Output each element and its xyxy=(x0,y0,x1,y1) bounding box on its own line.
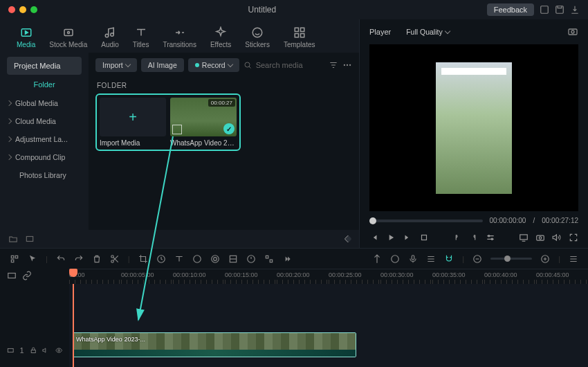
mute-icon[interactable] xyxy=(42,346,49,355)
snapshot-icon[interactable] xyxy=(567,26,578,37)
render-icon[interactable] xyxy=(426,254,436,264)
feedback-button[interactable]: Feedback xyxy=(487,3,534,16)
folder-section-label: FOLDER xyxy=(95,78,352,93)
volume-icon[interactable] xyxy=(552,233,562,242)
fit-icon[interactable] xyxy=(569,254,578,264)
media-clip-tile[interactable]: 00:00:27 WhatsApp Video 202... xyxy=(170,98,237,147)
tab-templates[interactable]: Templates xyxy=(277,24,322,51)
track-link2-icon[interactable] xyxy=(22,271,32,280)
svg-point-16 xyxy=(571,30,574,33)
next-frame-icon[interactable] xyxy=(403,233,412,242)
project-media-header[interactable]: Project Media xyxy=(7,57,82,75)
timeline-tracks[interactable] xyxy=(69,284,588,367)
more-icon[interactable] xyxy=(342,60,352,70)
visibility-icon[interactable] xyxy=(55,346,62,355)
timeline-toolbar: | | | | xyxy=(0,248,588,269)
record-dropdown[interactable]: Record xyxy=(188,58,239,72)
timeline-clip[interactable] xyxy=(73,332,356,357)
import-media-tile[interactable]: + Import Media xyxy=(100,98,166,147)
maximize-window[interactable] xyxy=(30,6,37,13)
search-input[interactable]: Search media xyxy=(244,61,324,69)
folder-label[interactable]: Folder xyxy=(0,75,89,94)
layout-icon[interactable] xyxy=(540,5,549,15)
chevron-down-icon xyxy=(125,62,131,67)
import-dropdown[interactable]: Import xyxy=(95,58,137,72)
video-preview[interactable] xyxy=(369,44,578,211)
settings-icon[interactable] xyxy=(486,233,495,242)
duration-badge: 00:00:27 xyxy=(208,99,235,107)
zoom-in-icon[interactable] xyxy=(540,254,550,264)
svg-point-34 xyxy=(392,255,399,262)
svg-point-4 xyxy=(67,32,69,34)
collapse-icon[interactable] xyxy=(344,235,351,242)
color-icon[interactable] xyxy=(192,254,202,264)
svg-point-29 xyxy=(193,255,201,262)
redo-icon[interactable] xyxy=(74,254,84,264)
tab-transitions[interactable]: Transitions xyxy=(156,24,203,51)
mask-icon[interactable] xyxy=(228,254,238,264)
mark-out-icon[interactable] xyxy=(469,233,479,242)
crop-icon[interactable] xyxy=(138,254,148,264)
sidebar-item-cloud-media[interactable]: Cloud Media xyxy=(0,112,89,130)
speed-icon[interactable] xyxy=(156,254,166,264)
tab-stock-media[interactable]: Stock Media xyxy=(42,24,94,51)
video-track-icon[interactable] xyxy=(7,346,14,355)
aspect-ratio-icon xyxy=(172,125,182,134)
greenscreen-icon[interactable] xyxy=(210,254,220,264)
split-icon[interactable] xyxy=(110,254,120,264)
quality-dropdown[interactable]: Full Quality xyxy=(399,25,457,39)
playhead[interactable] xyxy=(73,284,74,367)
keyframe-icon[interactable] xyxy=(246,254,256,264)
export-icon[interactable] xyxy=(570,5,580,15)
prev-frame-icon[interactable] xyxy=(369,233,379,242)
svg-rect-8 xyxy=(295,34,298,37)
display-icon[interactable] xyxy=(519,233,529,242)
svg-rect-23 xyxy=(11,256,14,258)
ai-image-button[interactable]: AI Image xyxy=(141,58,184,72)
camera-icon[interactable] xyxy=(535,233,545,242)
text-icon[interactable] xyxy=(174,254,184,264)
total-time: 00:00:27:12 xyxy=(542,217,578,224)
close-window[interactable] xyxy=(8,6,15,13)
sidebar-item-global-media[interactable]: Global Media xyxy=(0,94,89,112)
sidebar-item-adjustment-layer[interactable]: Adjustment La... xyxy=(0,130,89,148)
undo-icon[interactable] xyxy=(56,254,66,264)
mixer-icon[interactable] xyxy=(390,254,400,264)
marker-icon[interactable] xyxy=(372,254,382,264)
media-footer xyxy=(0,230,359,249)
new-bin-icon[interactable] xyxy=(25,234,35,244)
magnet-icon[interactable] xyxy=(444,254,454,264)
minimize-window[interactable] xyxy=(19,6,26,13)
filter-icon[interactable] xyxy=(329,60,338,70)
tab-audio[interactable]: Audio xyxy=(94,24,126,51)
tab-effects[interactable]: Effects xyxy=(203,24,238,51)
play-icon[interactable] xyxy=(386,233,396,242)
save-icon[interactable] xyxy=(555,5,564,15)
more-tools-icon[interactable] xyxy=(282,254,292,264)
document-title: Untitled xyxy=(37,5,487,15)
selection-tool-icon[interactable] xyxy=(10,254,19,264)
sidebar-item-compound-clip[interactable]: Compound Clip xyxy=(0,148,89,166)
zoom-out-icon[interactable] xyxy=(472,254,482,264)
stop-icon[interactable] xyxy=(419,233,429,242)
svg-rect-17 xyxy=(422,235,427,240)
tracking-icon[interactable] xyxy=(264,254,274,264)
new-folder-icon[interactable] xyxy=(8,234,18,244)
svg-point-12 xyxy=(347,64,348,66)
tab-media[interactable]: Media xyxy=(10,24,42,51)
svg-rect-6 xyxy=(295,28,298,31)
sidebar-item-photos-library[interactable]: Photos Library xyxy=(0,166,89,184)
clip-audio-lane xyxy=(73,350,356,357)
tab-stickers[interactable]: Stickers xyxy=(238,24,277,51)
scrub-track[interactable] xyxy=(369,220,483,222)
tab-titles[interactable]: Titles xyxy=(126,24,156,51)
track-link-icon[interactable] xyxy=(7,271,17,280)
delete-icon[interactable] xyxy=(92,254,102,264)
lock-icon[interactable] xyxy=(30,346,37,355)
mark-in-icon[interactable] xyxy=(452,233,462,242)
timeline-ruler[interactable]: 00:00 00:00:05:00 00:00:10:00 00:00:15:0… xyxy=(69,269,588,284)
zoom-slider[interactable] xyxy=(490,258,532,260)
cursor-tool-icon[interactable] xyxy=(28,254,37,264)
fullscreen-icon[interactable] xyxy=(569,233,578,242)
voiceover-icon[interactable] xyxy=(408,254,418,264)
